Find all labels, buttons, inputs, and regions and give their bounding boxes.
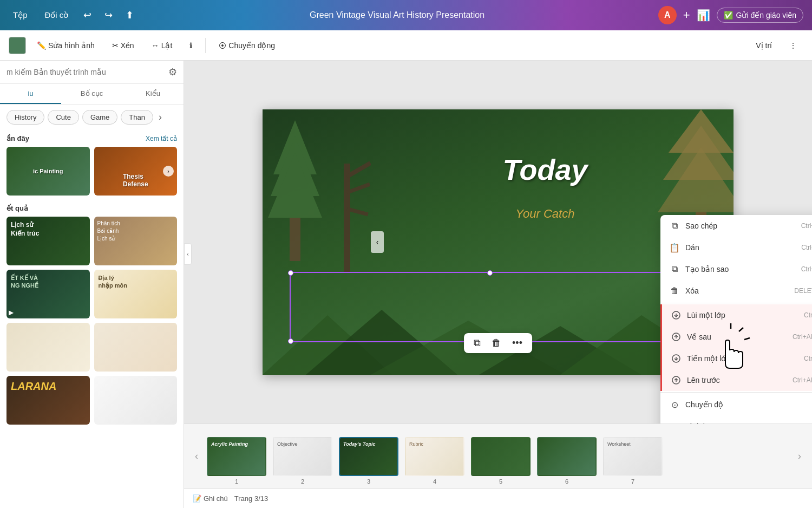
notes-button[interactable]: 📝 Ghi chú bbox=[193, 494, 228, 503]
menu-doi-co[interactable]: Đổi cờ bbox=[41, 8, 73, 22]
menu-tao-ban-sao[interactable]: ⧉ Tạo bản sao Ctrl+D bbox=[660, 258, 812, 280]
menu-item-left-3: ⧉ Tạo bản sao bbox=[669, 264, 729, 275]
film-slide-7[interactable]: Worksheet bbox=[603, 437, 663, 476]
menu-ve-sau[interactable]: Về sau Ctrl+Alt+[ bbox=[662, 326, 812, 348]
sidebar-collapse-button[interactable]: ‹ bbox=[184, 243, 192, 265]
motion-button[interactable]: ⦿ Chuyển động bbox=[212, 38, 281, 53]
film-slide-6[interactable] bbox=[537, 437, 597, 476]
menu-xoa-label: Xóa bbox=[685, 286, 699, 295]
menu-binh-luan[interactable]: ↻ Bình lu Ctrl+Alt+N bbox=[660, 415, 812, 424]
undo-button[interactable]: ↩ bbox=[81, 7, 94, 23]
handle-tm[interactable] bbox=[487, 270, 493, 276]
filmstrip-scroll-right[interactable]: › bbox=[796, 451, 803, 462]
tab-kieu[interactable]: Kiểu bbox=[122, 84, 184, 104]
sidebar-tabs: iu Bố cục Kiểu bbox=[0, 84, 184, 105]
result-item-6[interactable] bbox=[94, 323, 178, 372]
edit-image-icon: ✏️ bbox=[37, 41, 46, 50]
film-num-1: 1 bbox=[235, 478, 238, 485]
svg-rect-3 bbox=[290, 218, 300, 261]
tag-history[interactable]: History bbox=[6, 110, 44, 125]
tag-cute[interactable]: Cute bbox=[48, 110, 78, 125]
video-icon: ▶ bbox=[9, 309, 14, 316]
canvas-container[interactable]: Today Your Catch ⧉ 🗑 ••• bbox=[184, 61, 812, 424]
duplicate-float-button[interactable]: ⧉ bbox=[470, 336, 484, 350]
film-num-4: 4 bbox=[433, 478, 436, 485]
result-item-4[interactable]: Địa lýnhập môn bbox=[94, 270, 178, 318]
bring-front-icon bbox=[671, 375, 682, 386]
redo-button[interactable]: ↪ bbox=[102, 7, 115, 23]
menu-binh-luan-label: Bình lu bbox=[685, 422, 709, 424]
menu-tien-mot-lop[interactable]: Tiến một lớp Ctrl+] bbox=[662, 348, 812, 369]
position-button[interactable]: Vị trí bbox=[749, 38, 778, 53]
tag-than[interactable]: Than bbox=[121, 110, 153, 125]
delete-float-button[interactable]: 🗑 bbox=[488, 336, 505, 350]
menu-lui-mot-lop[interactable]: Lùi một lớp Ctrl+[ bbox=[662, 304, 812, 326]
handle-bl[interactable] bbox=[288, 338, 293, 344]
tag-more-icon[interactable]: › bbox=[156, 112, 164, 123]
add-button[interactable]: + bbox=[683, 8, 690, 22]
film-slide-1[interactable]: Acrylic Painting bbox=[207, 437, 266, 476]
film-slide-4[interactable]: Rubric bbox=[405, 437, 464, 476]
menu-len-truoc[interactable]: Lên trước Ctrl+Alt+] bbox=[662, 369, 812, 391]
filter-icon[interactable]: ⚙ bbox=[168, 66, 177, 78]
tien-mot-lop-shortcut: Ctrl+] bbox=[804, 355, 812, 362]
search-input[interactable] bbox=[6, 68, 164, 76]
selection-box[interactable] bbox=[290, 272, 690, 342]
paste-shortcut: Ctrl+V bbox=[801, 244, 812, 251]
sidebar: ⚙ iu Bố cục Kiểu History Cute Game Than … bbox=[0, 61, 184, 508]
menu-item-left-7: Tiến một lớp bbox=[671, 353, 730, 364]
forward-one-icon bbox=[671, 353, 682, 364]
filmstrip-scroll-left[interactable]: ‹ bbox=[193, 451, 200, 462]
header-right: A + 📊 ✅ Gửi đến giáo viên bbox=[658, 6, 803, 24]
result-item-2[interactable]: Phân tíchBối cảnhLịch sử bbox=[94, 217, 178, 265]
slide-prev-button[interactable]: ‹ bbox=[371, 231, 384, 253]
info-icon: ℹ bbox=[189, 41, 192, 50]
results-section-title: ết quả bbox=[6, 204, 28, 212]
result-item-7[interactable]: LARANA bbox=[6, 376, 90, 425]
film-slide-2[interactable]: Objective bbox=[273, 437, 332, 476]
share-button[interactable]: ⬆ bbox=[123, 7, 136, 23]
film-num-3: 3 bbox=[367, 478, 370, 485]
menu-xoa[interactable]: 🗑 Xóa DELETE bbox=[660, 280, 812, 302]
film-slide-6-container: 6 bbox=[537, 437, 597, 476]
menu-item-left-4: 🗑 Xóa bbox=[669, 285, 699, 296]
film-slide-5[interactable] bbox=[471, 437, 531, 476]
avatar[interactable]: A bbox=[658, 6, 677, 24]
edit-image-button[interactable]: ✏️ Sửa hình ảnh bbox=[30, 38, 101, 53]
stats-icon[interactable]: 📊 bbox=[697, 9, 710, 22]
color-swatch[interactable] bbox=[9, 37, 26, 54]
film-slide-3[interactable]: Today's Topic bbox=[339, 437, 398, 476]
edit-image-label: Sửa hình ảnh bbox=[48, 41, 95, 50]
crop-label: Xén bbox=[121, 41, 134, 50]
result-item-3[interactable]: ẾT KẾ VÀNG NGHỀ ▶ bbox=[6, 270, 90, 318]
template-item-2[interactable]: ThesisDefense › bbox=[94, 147, 178, 196]
tag-pills: History Cute Game Than › bbox=[0, 105, 184, 130]
recent-section-title: ần đây bbox=[6, 134, 29, 142]
template-item-1[interactable]: ic Painting bbox=[6, 147, 90, 196]
animation-icon: ⊙ bbox=[669, 399, 680, 410]
menu-chuyen-dong[interactable]: ⊙ Chuyển độ bbox=[660, 394, 812, 415]
menu-dan[interactable]: 📋 Dán Ctrl+V bbox=[660, 237, 812, 258]
context-menu: ⧉ Sao chép Ctrl+C 📋 Dán Ctrl+V ⧉ Tạo bả bbox=[660, 215, 812, 424]
menu-sao-chep[interactable]: ⧉ Sao chép Ctrl+C bbox=[660, 215, 812, 237]
crop-icon: ✂ bbox=[112, 41, 119, 50]
tag-game[interactable]: Game bbox=[82, 110, 117, 125]
see-all-button[interactable]: Xem tất cả bbox=[146, 135, 177, 142]
slide-title: Today bbox=[502, 153, 587, 186]
menu-item-left-1: ⧉ Sao chép bbox=[669, 220, 717, 231]
menu-tep[interactable]: Tệp bbox=[9, 8, 32, 22]
send-teacher-button[interactable]: ✅ Gửi đến giáo viên bbox=[717, 8, 803, 23]
menu-chuyen-dong-label: Chuyển độ bbox=[685, 400, 723, 409]
more-options-button[interactable]: ⋮ bbox=[783, 38, 803, 53]
tab-iu[interactable]: iu bbox=[0, 84, 61, 104]
flip-button[interactable]: ↔ Lật bbox=[145, 38, 179, 53]
more-float-button[interactable]: ••• bbox=[509, 336, 526, 350]
result-item-8[interactable] bbox=[94, 376, 178, 425]
result-item-5[interactable] bbox=[6, 323, 90, 372]
handle-tl[interactable] bbox=[288, 270, 293, 276]
tab-bo-cuc[interactable]: Bố cục bbox=[61, 84, 122, 104]
result-item-1[interactable]: Lịch sửKiến trúc bbox=[6, 217, 90, 265]
film-num-6: 6 bbox=[565, 478, 568, 485]
crop-button[interactable]: ✂ Xén bbox=[106, 38, 141, 53]
info-button[interactable]: ℹ bbox=[183, 38, 199, 53]
